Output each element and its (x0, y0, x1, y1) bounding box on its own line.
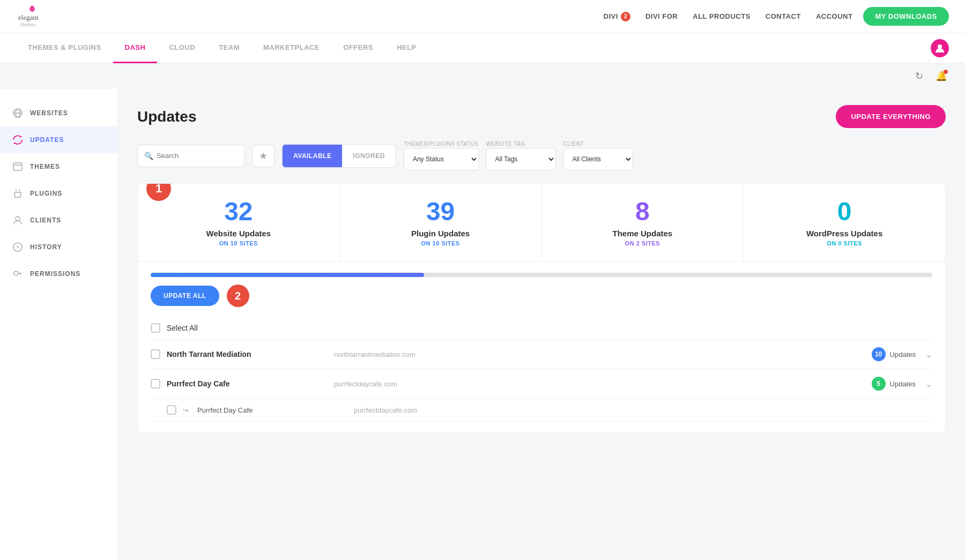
nav-all-products[interactable]: ALL PRODUCTS (693, 12, 751, 20)
subnav-team[interactable]: TEAM (207, 33, 251, 63)
subnav-themes-plugins[interactable]: THEMES & PLUGINS (16, 33, 113, 63)
search-wrapper: 🔍 (137, 145, 244, 167)
select-all-checkbox[interactable] (151, 323, 160, 333)
table-row: North Tarrant Mediation northtarrantmedi… (151, 340, 932, 369)
search-icon: 🔍 (144, 152, 153, 160)
plugin-icon (13, 189, 23, 198)
theme-icon (13, 162, 23, 171)
stat-label-website: Website Updates (151, 229, 326, 238)
sidebar-item-updates[interactable]: UPDATES (0, 126, 117, 153)
star-filter-button[interactable]: ★ (252, 145, 274, 167)
tab-available[interactable]: AVAILABLE (283, 145, 342, 167)
stat-number-website: 32 (151, 199, 326, 225)
svg-point-9 (16, 216, 20, 221)
sub-site-row: ↪ Purrfect Day Cafe purrfectdaycafe.com (151, 399, 932, 422)
stat-number-wordpress: 0 (756, 199, 932, 225)
user-avatar[interactable] (931, 39, 949, 57)
svg-text:themes: themes (20, 21, 35, 27)
updates-badge-north-tarrant: 10 (872, 347, 886, 361)
subnav-help[interactable]: HELP (385, 33, 428, 63)
nav-account[interactable]: ACCOUNT (816, 12, 853, 20)
stat-wordpress-updates: 0 WordPress Updates ON 0 SITES (744, 184, 945, 262)
status-filter-group: THEMES/PLUGINS STATUS Any Status (404, 141, 479, 170)
filters-row: 🔍 ★ AVAILABLE IGNORED THEMES/PLUGINS STA… (137, 141, 946, 170)
notifications-icon[interactable]: 🔔 (934, 69, 949, 84)
page-layout: WEBSITES UPDATES THEMES (0, 89, 965, 560)
sidebar-item-history[interactable]: HISTORY (0, 234, 117, 260)
site-url-north-tarrant: northtarrantmediation.com (334, 350, 865, 359)
logo[interactable]: elegant themes (16, 4, 44, 29)
refresh-icon (13, 135, 23, 145)
sidebar-item-plugins[interactable]: PLUGINS (0, 180, 117, 207)
nav-divi-for[interactable]: DIVI FOR (645, 12, 678, 20)
status-filter-select[interactable]: Any Status (404, 148, 479, 170)
my-downloads-button[interactable]: MY DOWNLOADS (863, 7, 949, 26)
table-section: Select All North Tarrant Mediation north… (151, 317, 932, 422)
sidebar-item-websites[interactable]: WEBSITES (0, 100, 117, 126)
sidebar-label-plugins: PLUGINS (30, 190, 62, 197)
site-updates-purrfect: 5 Updates ⌄ (872, 377, 932, 391)
select-all-label: Select All (167, 324, 198, 332)
stat-sites-wordpress: ON 0 SITES (756, 240, 932, 247)
update-everything-button[interactable]: UPDATE EVERYTHING (836, 105, 946, 128)
sidebar-item-clients[interactable]: CLIENTS (0, 207, 117, 234)
tab-group: AVAILABLE IGNORED (282, 144, 396, 168)
expand-icon-north-tarrant[interactable]: ⌄ (925, 349, 932, 360)
status-filter-label: THEMES/PLUGINS STATUS (404, 141, 479, 147)
update-all-button[interactable]: UPDATE ALL (151, 286, 219, 306)
notification-dot (944, 70, 948, 74)
top-navigation: elegant themes DIVI 2 DIVI FOR ALL PRODU… (0, 0, 965, 33)
subnav-dash[interactable]: DASH (113, 33, 158, 63)
row-checkbox-north-tarrant[interactable] (151, 349, 160, 359)
site-updates-north-tarrant: 10 Updates ⌄ (872, 347, 932, 361)
tag-filter-select[interactable]: All Tags (486, 148, 556, 170)
refresh-icon[interactable]: ↻ (911, 69, 926, 84)
stat-sites-theme: ON 2 SITES (555, 240, 731, 247)
sub-site-name: Purrfect Day Cafe (197, 406, 347, 414)
updates-label-purrfect: Updates (890, 380, 916, 388)
main-nav-links: DIVI 2 DIVI FOR ALL PRODUCTS CONTACT ACC… (604, 12, 853, 21)
sidebar-label-websites: WEBSITES (30, 109, 68, 117)
history-icon (13, 242, 23, 252)
site-url-purrfect: purrfectdaycafe.com (334, 380, 865, 388)
sidebar: WEBSITES UPDATES THEMES (0, 89, 118, 560)
sub-row-checkbox[interactable] (167, 405, 176, 415)
svg-point-11 (14, 271, 18, 275)
site-name-purrfect: Purrfect Day Cafe (167, 379, 328, 388)
progress-bar-wrap (151, 273, 932, 277)
progress-section: UPDATE ALL 2 Select All North Tarrant Me… (137, 262, 946, 433)
nav-divi[interactable]: DIVI 2 (604, 12, 630, 21)
subnav-marketplace[interactable]: MARKETPLACE (251, 33, 331, 63)
stat-theme-updates: 8 Theme Updates ON 2 SITES (542, 184, 744, 262)
search-input[interactable] (157, 152, 237, 160)
sub-site-url: purrfectdaycafe.com (354, 406, 932, 414)
stat-sites-plugin: ON 10 SITES (353, 240, 529, 247)
globe-icon (13, 108, 23, 118)
sidebar-label-permissions: PERMISSIONS (30, 270, 80, 278)
sub-nav-links: THEMES & PLUGINS DASH CLOUD TEAM MARKETP… (16, 33, 931, 63)
progress-bar-fill (151, 273, 424, 277)
select-all-row: Select All (151, 317, 932, 340)
svg-point-3 (938, 44, 942, 49)
stat-label-wordpress: WordPress Updates (756, 229, 932, 238)
subnav-offers[interactable]: OFFERS (331, 33, 385, 63)
sidebar-item-themes[interactable]: THEMES (0, 153, 117, 180)
stat-website-updates: 1 32 Website Updates ON 10 SITES (138, 184, 340, 262)
site-name-north-tarrant: North Tarrant Mediation (167, 350, 328, 359)
tab-ignored[interactable]: IGNORED (342, 145, 396, 167)
stat-plugin-updates: 39 Plugin Updates ON 10 SITES (340, 184, 542, 262)
stat-label-plugin: Plugin Updates (353, 229, 529, 238)
expand-icon-purrfect[interactable]: ⌄ (925, 379, 932, 389)
client-filter-select[interactable]: All Clients (563, 148, 633, 170)
sub-navigation: THEMES & PLUGINS DASH CLOUD TEAM MARKETP… (0, 33, 965, 63)
nav-contact[interactable]: CONTACT (766, 12, 801, 20)
client-filter-label: CLIENT (563, 141, 633, 147)
sidebar-item-permissions[interactable]: PERMISSIONS (0, 260, 117, 287)
subnav-cloud[interactable]: CLOUD (157, 33, 207, 63)
update-all-row: UPDATE ALL 2 (151, 285, 932, 307)
svg-rect-7 (13, 163, 22, 170)
row-checkbox-purrfect[interactable] (151, 379, 160, 389)
updates-badge-purrfect: 5 (872, 377, 886, 391)
sidebar-label-history: HISTORY (30, 243, 62, 251)
toolbar-row: ↻ 🔔 (0, 63, 965, 89)
